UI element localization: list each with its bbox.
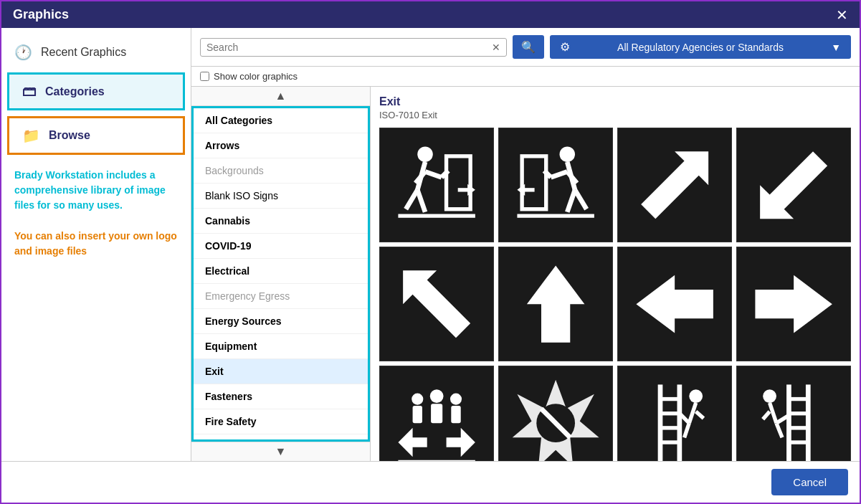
- graphic-item[interactable]: [617, 366, 732, 461]
- clock-icon: 🕐: [14, 44, 32, 61]
- category-item[interactable]: Equipment: [194, 334, 368, 359]
- svg-rect-50: [627, 375, 723, 461]
- svg-point-69: [763, 389, 776, 403]
- sidebar-categories-label: Categories: [45, 85, 105, 98]
- graphic-item[interactable]: [736, 247, 851, 361]
- main-area: ✕ 🔍 ⚙ All Regulatory Agencies or Standar…: [191, 28, 860, 461]
- graphics-grid: [379, 128, 851, 461]
- graphic-item[interactable]: [736, 128, 851, 242]
- category-list-container: All Categories Arrows Backgrounds Blank …: [191, 106, 370, 442]
- sidebar-item-categories[interactable]: 🗃 Categories: [7, 72, 185, 110]
- sidebar-own-files-text: You can also insert your own logo and im…: [1, 223, 191, 265]
- category-item-exit[interactable]: Exit: [194, 359, 368, 384]
- graphic-item[interactable]: [617, 128, 732, 242]
- filter-label: All Regulatory Agencies or Standards: [617, 42, 784, 53]
- category-list: All Categories Arrows Backgrounds Blank …: [194, 108, 368, 434]
- down-arrow-icon: ▼: [275, 445, 287, 457]
- svg-rect-42: [451, 406, 460, 423]
- graphic-item[interactable]: [617, 247, 732, 361]
- svg-point-13: [559, 146, 574, 161]
- graphics-content: Exit ISO-7010 Exit: [371, 87, 860, 461]
- graphic-item[interactable]: [498, 128, 613, 242]
- svg-rect-40: [412, 406, 422, 423]
- sidebar-promo-text: Brady Workstation includes a comprehensi…: [1, 158, 191, 223]
- graphics-dialog: Graphics ✕ 🕐 Recent Graphics 🗃 Categorie…: [0, 0, 861, 504]
- category-item[interactable]: Arrows: [194, 133, 368, 158]
- category-item[interactable]: Backgrounds: [194, 158, 368, 184]
- chevron-down-icon: ▼: [831, 42, 841, 53]
- cancel-button[interactable]: Cancel: [771, 469, 848, 495]
- category-item[interactable]: Emergency Egress: [194, 284, 368, 309]
- category-item[interactable]: All Categories: [194, 108, 368, 133]
- category-item[interactable]: Cannabis: [194, 209, 368, 234]
- filter-dropdown-button[interactable]: ⚙ All Regulatory Agencies or Standards ▼: [550, 35, 851, 59]
- category-panel: ▲ All Categories Arrows Backgrounds Blan…: [191, 87, 371, 461]
- search-wrapper: ✕: [200, 38, 507, 57]
- sidebar-item-browse[interactable]: 📁 Browse: [7, 116, 185, 155]
- graphic-item[interactable]: [736, 366, 851, 461]
- section-subtitle: ISO-7010 Exit: [379, 110, 851, 120]
- bottom-bar: Cancel: [1, 461, 860, 503]
- search-input[interactable]: [206, 42, 492, 53]
- dialog-title: Graphics: [13, 7, 69, 22]
- close-button[interactable]: ✕: [836, 8, 848, 22]
- svg-rect-62: [746, 375, 842, 461]
- search-button[interactable]: 🔍: [513, 35, 544, 59]
- folder-icon: 📁: [22, 127, 40, 144]
- svg-point-57: [689, 389, 703, 403]
- show-color-checkbox[interactable]: [200, 72, 209, 81]
- color-graphics-row: Show color graphics: [191, 67, 860, 87]
- search-icon: 🔍: [521, 41, 536, 53]
- graphic-item[interactable]: [379, 247, 494, 361]
- graphic-item[interactable]: [379, 366, 494, 461]
- top-search-filter-bar: ✕ 🔍 ⚙ All Regulatory Agencies or Standar…: [191, 28, 860, 67]
- right-graphics-panel: Exit ISO-7010 Exit: [371, 87, 860, 461]
- title-bar: Graphics ✕: [1, 1, 860, 28]
- svg-point-39: [412, 393, 423, 404]
- svg-point-41: [450, 393, 462, 404]
- sidebar: 🕐 Recent Graphics 🗃 Categories 📁 Browse …: [1, 28, 191, 461]
- graphic-item[interactable]: [379, 128, 494, 242]
- category-item[interactable]: Blank ISO Signs: [194, 184, 368, 209]
- graphic-item[interactable]: [498, 366, 613, 461]
- category-item[interactable]: COVID-19: [194, 234, 368, 259]
- sidebar-recent-label: Recent Graphics: [41, 46, 126, 59]
- dialog-body: 🕐 Recent Graphics 🗃 Categories 📁 Browse …: [1, 28, 860, 461]
- sidebar-browse-label: Browse: [49, 129, 90, 142]
- svg-point-1: [417, 146, 432, 161]
- category-item[interactable]: Energy Sources: [194, 309, 368, 334]
- up-arrow-icon: ▲: [275, 90, 287, 102]
- category-item[interactable]: Fasteners: [194, 384, 368, 409]
- svg-rect-38: [431, 404, 442, 423]
- category-item[interactable]: Fire Safety: [194, 409, 368, 434]
- category-item[interactable]: Electrical: [194, 259, 368, 284]
- briefcase-icon: 🗃: [22, 83, 37, 100]
- scroll-down-button[interactable]: ▼: [191, 442, 370, 461]
- filter-icon: ⚙: [560, 40, 570, 54]
- svg-point-37: [430, 389, 444, 403]
- graphic-item[interactable]: [498, 247, 613, 361]
- show-color-label: Show color graphics: [214, 71, 298, 82]
- section-title: Exit: [379, 95, 851, 108]
- sidebar-item-recent[interactable]: 🕐 Recent Graphics: [1, 35, 191, 70]
- scroll-up-button[interactable]: ▲: [191, 87, 370, 106]
- search-clear-button[interactable]: ✕: [492, 42, 500, 53]
- main-content-area: ▲ All Categories Arrows Backgrounds Blan…: [191, 87, 860, 461]
